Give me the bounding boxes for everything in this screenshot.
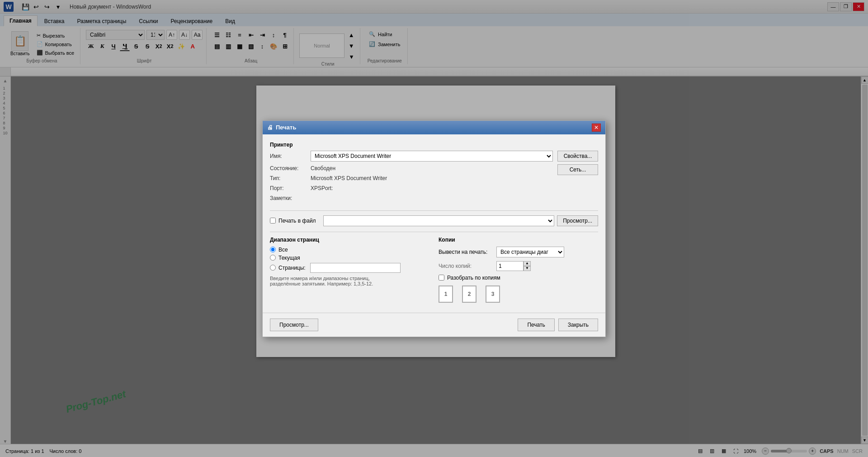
- radio-all-row: Все: [270, 247, 429, 253]
- port-label: Порт:: [270, 185, 311, 191]
- printer-name-dropdown[interactable]: Microsoft XPS Document Writer: [311, 151, 553, 162]
- collate-icon-3: 3: [486, 286, 505, 305]
- printer-section-header: Принтер: [270, 142, 598, 148]
- print-to-file-row: Печать в файл Просмотр...: [270, 215, 598, 226]
- radio-group: Все Текущая Страницы:: [270, 247, 429, 273]
- network-button[interactable]: Сеть...: [557, 164, 598, 175]
- spinner-buttons: ▲ ▼: [524, 261, 531, 271]
- radio-pages-label[interactable]: Страницы:: [278, 265, 306, 271]
- notes-label: Заметки:: [270, 195, 311, 201]
- collate-icon-2: 2: [462, 286, 482, 305]
- collate-row: Разобрать по копиям: [439, 275, 598, 281]
- radio-current-row: Текущая: [270, 255, 429, 261]
- collate-icon-1: 1: [439, 286, 458, 305]
- printer-port-row: Порт: XPSPort:: [270, 185, 553, 191]
- print-to-file-dropdown[interactable]: [323, 215, 555, 226]
- dialog-title-bar: 🖨 Печать ✕: [263, 121, 605, 134]
- radio-current-label[interactable]: Текущая: [278, 255, 300, 261]
- page-range-column: Диапазон страниц Все Текущая Страницы: [270, 237, 429, 305]
- copies-down-btn[interactable]: ▼: [524, 266, 531, 271]
- print-option-label: Вывести на печать:: [439, 249, 493, 255]
- copies-header: Копии: [439, 237, 598, 243]
- radio-pages-row: Страницы:: [270, 263, 429, 273]
- printer-name-row: Имя: Microsoft XPS Document Writer: [270, 151, 553, 162]
- properties-button[interactable]: Свойства...: [557, 151, 598, 162]
- printer-notes-row: Заметки:: [270, 195, 553, 201]
- page-range-hint: Введите номера и/или диапазоны страниц,р…: [270, 276, 429, 286]
- copies-spinner-container: ▲ ▼: [496, 261, 531, 271]
- dialog-title-icon: 🖨: [267, 124, 273, 131]
- radio-all[interactable]: [270, 247, 276, 252]
- radio-current[interactable]: [270, 255, 276, 261]
- type-label: Тип:: [270, 175, 311, 181]
- page-range-input[interactable]: [310, 263, 401, 273]
- copies-count-row: Число копий: ▲ ▼: [439, 261, 598, 271]
- dialog-body: Принтер Имя: Microsoft XPS Document Writ…: [263, 134, 605, 313]
- divider-1: [270, 210, 598, 211]
- print-to-file-checkbox[interactable]: [270, 218, 276, 224]
- type-value: Microsoft XPS Document Writer: [311, 175, 387, 181]
- print-option-row: Вывести на печать: Все страницы диаг: [439, 247, 598, 257]
- footer-left: Просмотр...: [270, 319, 318, 331]
- footer-right: Печать Закрыть: [518, 319, 598, 331]
- collate-icons: 1 2 3: [439, 286, 598, 305]
- copies-up-btn[interactable]: ▲: [524, 261, 531, 266]
- preview-button[interactable]: Просмотр...: [270, 319, 318, 331]
- copies-count-input[interactable]: [496, 261, 524, 271]
- divider-2: [270, 232, 598, 232]
- printer-buttons: Свойства... Сеть...: [557, 151, 598, 205]
- status-value: Свободен: [311, 165, 335, 171]
- print-to-file-label[interactable]: Печать в файл: [278, 218, 316, 224]
- copies-count-label: Число копий:: [439, 263, 493, 269]
- status-label: Состояние:: [270, 165, 311, 171]
- modal-overlay: 🖨 Печать ✕ Принтер Имя: Micros: [0, 0, 868, 457]
- printer-section: Принтер Имя: Microsoft XPS Document Writ…: [270, 142, 598, 205]
- copies-column: Копии Вывести на печать: Все страницы ди…: [439, 237, 598, 305]
- radio-pages[interactable]: [270, 265, 276, 271]
- name-label: Имя:: [270, 153, 311, 159]
- port-value: XPSPort:: [311, 185, 333, 191]
- two-column-section: Диапазон страниц Все Текущая Страницы: [270, 237, 598, 305]
- dialog-close-btn[interactable]: ✕: [592, 124, 601, 132]
- print-option-dropdown[interactable]: Все страницы диаг: [496, 247, 564, 257]
- dialog-title: 🖨 Печать: [267, 124, 296, 131]
- dialog-footer: Просмотр... Печать Закрыть: [263, 313, 605, 337]
- radio-all-label[interactable]: Все: [278, 247, 288, 253]
- print-button[interactable]: Печать: [518, 319, 554, 331]
- close-dialog-button[interactable]: Закрыть: [558, 319, 598, 331]
- print-dialog: 🖨 Печать ✕ Принтер Имя: Micros: [262, 120, 606, 337]
- printer-dropdown-container: Microsoft XPS Document Writer: [311, 151, 553, 162]
- collate-checkbox[interactable]: [439, 275, 444, 281]
- preview-top-button[interactable]: Просмотр...: [557, 215, 598, 226]
- printer-status-row: Состояние: Свободен: [270, 165, 553, 171]
- printer-type-row: Тип: Microsoft XPS Document Writer: [270, 175, 553, 181]
- page-range-header: Диапазон страниц: [270, 237, 429, 243]
- collate-label[interactable]: Разобрать по копиям: [447, 275, 500, 281]
